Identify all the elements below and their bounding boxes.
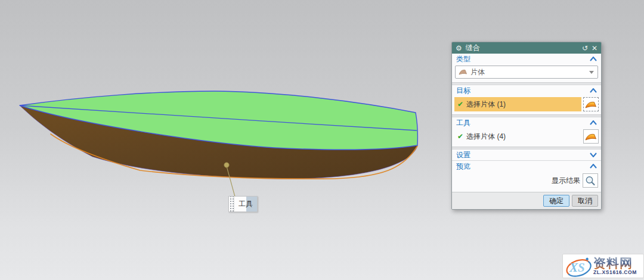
- section-label-settings: 设置: [456, 150, 590, 160]
- chevron-up-icon[interactable]: [590, 164, 597, 169]
- section-label-preview: 预览: [456, 161, 590, 172]
- watermark-site-url: ZL.XS1616.COM: [593, 270, 637, 275]
- section-label-type: 类型: [456, 54, 590, 64]
- section-header-preview[interactable]: 预览: [452, 161, 601, 172]
- watermark-badge: XS 资料网 ZL.XS1616.COM: [562, 254, 644, 278]
- sheet-body-icon: [459, 69, 467, 76]
- close-icon[interactable]: ✕: [592, 45, 597, 52]
- gear-icon: ⚙: [456, 45, 462, 52]
- target-select-sheet-button[interactable]: [583, 97, 599, 111]
- chevron-up-icon[interactable]: [590, 57, 597, 61]
- cancel-button[interactable]: 取消: [572, 195, 598, 207]
- section-label-tool: 工具: [456, 118, 590, 128]
- target-select-field[interactable]: ✔ 选择片体 (1): [454, 97, 581, 111]
- section-label-target: 目标: [456, 86, 590, 96]
- sew-dialog[interactable]: ⚙ 缝合 ↺ ✕ 类型 片体 目标 ✔ 选择片体 (1): [451, 42, 602, 210]
- target-select-label: 选择片体 (1): [466, 99, 506, 110]
- tool-select-row[interactable]: ✔ 选择片体 (4): [454, 129, 599, 144]
- tooltip-label: 工具: [234, 197, 257, 211]
- check-icon: ✔: [457, 132, 463, 141]
- type-dropdown-value: 片体: [470, 67, 586, 77]
- select-sheet-icon: [585, 132, 597, 141]
- target-select-row[interactable]: ✔ 选择片体 (1): [454, 97, 599, 111]
- watermark-site-name: 资料网: [593, 257, 633, 269]
- svg-text:XS: XS: [569, 260, 585, 275]
- select-sheet-icon: [585, 100, 597, 109]
- show-result-button[interactable]: [583, 173, 598, 188]
- section-header-type[interactable]: 类型: [452, 54, 601, 64]
- magnifier-icon: [585, 176, 596, 186]
- chevron-up-icon[interactable]: [590, 120, 597, 125]
- reset-icon[interactable]: ↺: [582, 45, 588, 52]
- show-result-label: 显示结果: [552, 176, 580, 186]
- preview-result-row: 显示结果: [455, 173, 598, 188]
- chevron-down-icon[interactable]: [590, 153, 597, 157]
- tooltip-grip-handle[interactable]: [229, 197, 234, 211]
- tool-select-sheet-button[interactable]: [583, 129, 599, 144]
- dialog-title: 缝合: [466, 43, 480, 53]
- chevron-up-icon[interactable]: [590, 88, 597, 93]
- xs-logo-icon: XS: [565, 255, 592, 278]
- ok-button[interactable]: 确定: [543, 195, 569, 207]
- dialog-footer: 确定 取消: [452, 192, 601, 209]
- section-header-tool[interactable]: 工具: [452, 117, 601, 128]
- section-header-target[interactable]: 目标: [452, 85, 601, 96]
- tool-select-field[interactable]: ✔ 选择片体 (4): [454, 129, 581, 144]
- tooltip-anchor-ball[interactable]: [224, 163, 229, 167]
- selection-tooltip[interactable]: 工具: [228, 196, 258, 212]
- type-dropdown[interactable]: 片体: [455, 66, 598, 79]
- chevron-down-icon[interactable]: [589, 71, 594, 74]
- section-header-settings[interactable]: 设置: [452, 150, 601, 160]
- tool-select-label: 选择片体 (4): [466, 132, 506, 142]
- check-icon: ✔: [457, 100, 463, 108]
- dialog-title-bar[interactable]: ⚙ 缝合 ↺ ✕: [452, 42, 601, 54]
